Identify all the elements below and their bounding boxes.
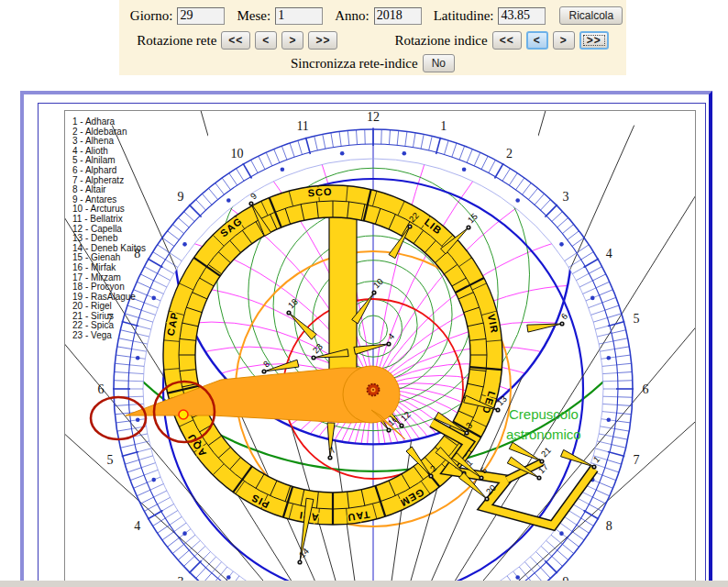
star-number-label: 12	[399, 409, 413, 423]
limb-hour-label: 7	[633, 453, 639, 467]
limb-hour-label: 8	[606, 519, 612, 533]
limb-hour-label: 4	[606, 247, 612, 260]
star-pointer	[527, 324, 562, 332]
limb-hour-label: 5	[633, 312, 639, 326]
limb-hour-label: 1	[440, 119, 447, 133]
limb-hour-label: 10	[231, 147, 244, 161]
star-number-label: 18	[286, 296, 300, 310]
anno-label: Anno:	[335, 8, 370, 24]
rotazione-rete-label: Rotazione rete	[137, 33, 216, 49]
star-number-label: 21	[539, 445, 553, 459]
limb-hour-label: 5	[107, 453, 114, 467]
page-bottom-strip	[0, 581, 728, 587]
zodiac-sign-label: SCO	[307, 185, 333, 198]
star-number-label: 1	[591, 454, 602, 465]
giorno-input[interactable]	[177, 7, 225, 25]
indice-back-button[interactable]: <	[526, 31, 548, 50]
controls-panel: Giorno: Mese: Anno: Latitudine: Ricalcol…	[119, 0, 626, 75]
star-list-item: 1 - Adhara	[72, 117, 146, 127]
rotazione-indice-label: Rotazione indice	[394, 33, 487, 49]
rete-back-fast-button[interactable]: <<	[221, 31, 250, 50]
sincronizza-toggle-button[interactable]: No	[423, 54, 455, 72]
limb-hour-label: 9	[177, 190, 183, 204]
star-pointer	[509, 442, 542, 461]
indice-fwd-button[interactable]: >	[553, 31, 575, 50]
star-list: 1 - Adhara2 - Aldebaran3 - Alhena4 - Ali…	[72, 117, 146, 341]
giorno-label: Giorno:	[130, 8, 173, 24]
star-list-item: 23 - Vega	[72, 331, 146, 341]
indice-back-fast-button[interactable]: <<	[492, 31, 522, 50]
star-list-item: 6 - Alphard	[72, 166, 146, 176]
astrolabe-drawing: 3456789101112123456789SCOLIBVIRLEOCANGEM…	[65, 111, 695, 587]
star-list-item: 16 - Mirfak	[72, 263, 146, 273]
limb-hour-label: 6	[98, 382, 105, 396]
sincronizza-label: Sincronizza rete-indice	[291, 56, 418, 72]
crepuscolo-label-line2: astronomico	[506, 426, 581, 442]
date-row: Giorno: Mese: Anno: Latitudine: Ricalcol…	[119, 0, 626, 25]
crepuscolo-label-line1: Crepuscolo	[509, 406, 579, 422]
ricalcola-button[interactable]: Ricalcola	[559, 6, 623, 25]
star-number-label: 15	[466, 211, 480, 225]
mese-label: Mese:	[237, 8, 270, 24]
limb-hour-label: 3	[563, 190, 569, 204]
rotation-row: Rotazione rete << < > >> Rotazione indic…	[119, 25, 626, 50]
anno-input[interactable]	[374, 7, 422, 25]
limb-hour-label: 6	[643, 382, 649, 396]
star-pointer	[560, 449, 594, 467]
mese-input[interactable]	[275, 7, 323, 25]
latitudine-input[interactable]	[498, 7, 546, 25]
astrolabe-canvas: 1 - Adhara2 - Aldebaran3 - Alhena4 - Ali…	[64, 110, 696, 587]
rete-back-button[interactable]: <	[255, 31, 277, 50]
rete-fwd-button[interactable]: >	[281, 31, 303, 50]
star-pointer	[354, 344, 389, 354]
limb-hour-label: 4	[134, 519, 140, 533]
sync-row: Sincronizza rete-indice No	[119, 50, 626, 72]
limb-hour-label: 12	[367, 111, 380, 124]
limb-hour-label: 11	[296, 119, 308, 133]
star-list-item: 11 - Bellatrix	[72, 215, 146, 225]
limb-hour-label: 2	[506, 147, 513, 161]
star-number-label: 14	[297, 546, 311, 559]
indice-fwd-fast-button[interactable]: >>	[579, 31, 609, 50]
rete-fwd-fast-button[interactable]: >>	[308, 31, 337, 50]
rule-marker	[179, 410, 188, 419]
latitudine-label: Latitudine:	[434, 8, 494, 24]
